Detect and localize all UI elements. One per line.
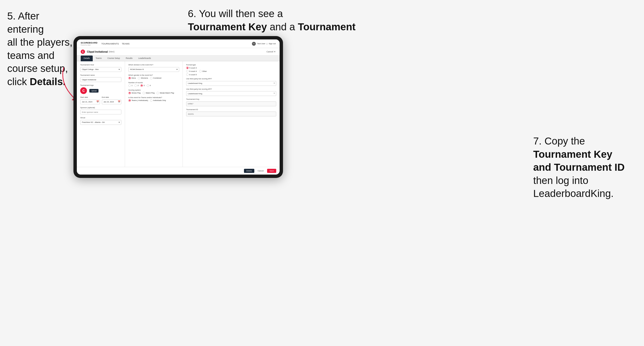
tournament-key-group: Tournament Key xyxy=(186,98,276,106)
logo-placeholder: C xyxy=(80,87,87,94)
radio-dot-womens xyxy=(138,77,140,79)
division-group: Which division is the event for? NCAA Di… xyxy=(128,64,179,72)
sign-out-link[interactable]: Sign out xyxy=(269,42,276,45)
middle-column: Which division is the event for? NCAA Di… xyxy=(125,61,183,167)
radio-dot-6c5 xyxy=(186,73,188,76)
delete-button[interactable]: Delete xyxy=(244,169,254,173)
format-left-options: 5 count 4 6 count 4 6 count 5 xyxy=(186,67,197,76)
rounds-3[interactable]: 3 xyxy=(140,84,144,87)
gender-group: Which gender is the event for? Mens Wome… xyxy=(128,74,179,79)
radio-dot-mens xyxy=(128,77,131,79)
individuals-only[interactable]: Individuals Only xyxy=(150,99,166,102)
tournament-host-select[interactable]: Clippd College - Men xyxy=(80,67,122,72)
tournament-host-label: Tournament Host xyxy=(80,64,122,66)
sponsor-input[interactable] xyxy=(80,110,122,114)
tournament-id-group: Tournament ID xyxy=(186,108,276,117)
format-label: Format type xyxy=(186,64,276,66)
tab-details[interactable]: Details xyxy=(81,55,93,61)
api1-input[interactable] xyxy=(186,81,276,86)
tab-course-setup[interactable]: Course Setup xyxy=(104,55,123,61)
api2-input-wrap: ✕ xyxy=(186,91,276,96)
cancel-button-top[interactable]: Cancel ✕ xyxy=(266,50,276,53)
radio-dot-stroke xyxy=(128,92,131,94)
api2-label: Use third-party live scoring API? xyxy=(186,88,276,90)
scoring-match[interactable]: Match Play xyxy=(142,92,154,94)
radio-dot-combined xyxy=(150,77,152,79)
scoring-stroke[interactable]: Stroke Play xyxy=(128,92,141,94)
scoring-label: Scoring system xyxy=(128,89,179,91)
gender-mens[interactable]: Mens xyxy=(128,77,136,79)
gender-combined[interactable]: Combined xyxy=(150,77,161,79)
scoring-medal-match[interactable]: Medal Match Play xyxy=(156,92,174,94)
tournament-id-label: Tournament ID xyxy=(186,108,276,111)
format-options-row: 5 count 4 6 count 4 6 count 5 xyxy=(186,67,276,76)
division-select[interactable]: NCAA Division III xyxy=(128,67,179,72)
scoring-options: Stroke Play Match Play Medal Match Play xyxy=(128,92,179,94)
format-6count4[interactable]: 6 count 4 xyxy=(186,70,197,72)
nav-links: TOURNAMENTS TEAMS xyxy=(102,42,130,45)
rounds-2[interactable]: 2 xyxy=(134,84,138,87)
sponsor-group: Sponsor (optional) xyxy=(80,107,122,115)
pipe: | xyxy=(267,42,267,45)
tabs-bar: Details Teams Course Setup Results Leade… xyxy=(77,55,280,61)
start-date-label: Start date xyxy=(80,96,100,98)
tournament-host-group: Tournament Host Clippd College - Men xyxy=(80,64,122,72)
tournament-key-label: Tournament Key xyxy=(186,98,276,100)
tournament-id-input[interactable] xyxy=(186,112,276,116)
cancel-button-bottom[interactable]: Cancel xyxy=(256,169,266,173)
venue-group: Venue Peachtree GC - Atlanta - GA xyxy=(80,117,122,125)
upload-button[interactable]: Upload xyxy=(89,89,98,93)
radio-dot-5c4 xyxy=(186,67,188,69)
api2-input[interactable] xyxy=(186,91,276,96)
venue-label: Venue xyxy=(80,117,122,119)
gender-womens[interactable]: Womens xyxy=(138,77,148,79)
annotation-right: 7. Copy the Tournament Key and Tournamen… xyxy=(533,135,639,200)
sponsor-label: Sponsor (optional) xyxy=(80,107,122,109)
venue-select[interactable]: Peachtree GC - Atlanta - GA xyxy=(80,120,122,125)
tab-teams[interactable]: Teams xyxy=(93,55,104,61)
tab-results[interactable]: Results xyxy=(123,55,135,61)
format-5count4[interactable]: 5 count 4 xyxy=(186,67,197,69)
calendar-icon-start: 📅 xyxy=(96,101,99,103)
teams-plus-individuals[interactable]: Teams (+Individuals) xyxy=(128,99,148,102)
user-label: Test User xyxy=(257,42,266,45)
rounds-options: 1 2 3 4 xyxy=(128,84,179,87)
radio-dot-match xyxy=(142,92,145,94)
tournament-key-input[interactable] xyxy=(186,101,276,106)
nav-teams[interactable]: TEAMS xyxy=(122,42,130,45)
content-area: Tournament Host Clippd College - Men Tou… xyxy=(77,61,280,167)
rounds-4[interactable]: 4 xyxy=(147,84,151,87)
user-avatar: TU xyxy=(252,42,256,46)
end-date-group: End date 📅 xyxy=(102,96,122,104)
radio-dot-6c4 xyxy=(186,70,188,72)
calendar-icon-end: 📅 xyxy=(118,101,120,103)
api2-clear-icon[interactable]: ✕ xyxy=(273,92,275,95)
date-row: Start date 📅 End date 📅 xyxy=(80,96,122,104)
logo-text: SCOREBOARD xyxy=(81,42,98,44)
tournament-header: C Clippd Invitational (Men) Cancel ✕ xyxy=(77,48,280,55)
bottom-bar: Delete Cancel Save xyxy=(77,167,280,174)
rounds-group: Number of rounds 1 2 3 xyxy=(128,82,179,87)
rounds-1[interactable]: 1 xyxy=(128,84,132,87)
tournament-logo-group: Tournament logo C Upload xyxy=(80,84,122,94)
tab-leaderboards[interactable]: Leaderboards xyxy=(135,55,154,61)
end-date-label: End date xyxy=(102,96,122,98)
teams-options: Teams (+Individuals) Individuals Only xyxy=(128,99,179,102)
tournament-subtitle: (Men) xyxy=(109,50,115,53)
format-other[interactable]: Other xyxy=(199,70,276,72)
tournament-icon: C xyxy=(81,49,85,54)
tournament-name-input[interactable] xyxy=(80,77,122,82)
end-date-wrap: 📅 xyxy=(102,99,122,104)
tournament-logo-label: Tournament logo xyxy=(80,84,122,86)
scoring-group: Scoring system Stroke Play Match Play xyxy=(128,89,179,94)
api1-clear-icon[interactable]: ✕ xyxy=(273,82,275,84)
start-date-group: Start date 📅 xyxy=(80,96,100,104)
teams-label: Is this event for Teams and/or Individua… xyxy=(128,96,179,99)
nav-tournaments[interactable]: TOURNAMENTS xyxy=(102,42,119,45)
format-6count5[interactable]: 6 count 5 xyxy=(186,73,197,76)
logo-upload-area: C Upload xyxy=(80,87,122,94)
api1-input-wrap: ✕ xyxy=(186,81,276,86)
teams-group: Is this event for Teams and/or Individua… xyxy=(128,96,179,102)
save-button[interactable]: Save xyxy=(267,169,276,173)
rounds-label: Number of rounds xyxy=(128,82,179,84)
